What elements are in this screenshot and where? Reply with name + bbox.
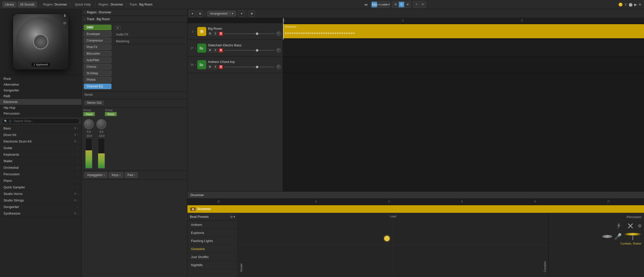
pan-knob-3[interactable] [276,64,281,70]
track-expand-1[interactable]: › [195,30,196,33]
list-item-percussion[interactable]: Percussion › [0,171,82,178]
list-item-songwriter[interactable]: Songwriter › [0,204,82,210]
preset-euphoria[interactable]: Euphoria [187,229,237,237]
library-btn[interactable]: Library [3,2,16,7]
channeleq-btn[interactable]: Channel EQ [84,84,111,89]
drum-thumbnail[interactable]: J. Appleseed [13,14,68,70]
read-btn-2[interactable]: Read [105,112,116,116]
add-track-btn[interactable]: + [189,11,195,17]
list-item-guitar[interactable]: Guitar › [0,145,82,151]
search-input[interactable] [2,118,79,124]
x-icon[interactable]: ✕ [638,3,641,7]
track-chevron[interactable]: › [84,17,85,21]
genre-hiphop[interactable]: Hip Hop [0,105,82,111]
list-item-mallet[interactable]: Mallet › [0,158,82,164]
preset-nightlife[interactable]: Nightlife [187,261,237,269]
list-item-edrumkit[interactable]: Electronic Drum Kit ⬇ › [0,138,82,145]
read-btn-1[interactable]: Read [83,112,95,116]
list-item-synthesizer[interactable]: Synthesizer ⬇ › [0,210,82,217]
pan-knob-2[interactable] [276,48,281,53]
list-item-bass[interactable]: Bass ⬇ › [0,125,82,132]
genre-rock[interactable]: Rock [0,76,82,82]
volume-slider-2[interactable] [224,50,275,51]
download-icon[interactable]: ⬇ [63,14,66,18]
arrow-right-icon[interactable]: ▶ [634,3,637,7]
rec-btn-3[interactable]: R [219,65,223,69]
autofilter-btn[interactable]: AutoFilter [84,57,111,63]
volume-slider-1[interactable] [224,33,275,34]
fader-knob-2[interactable] [96,119,106,129]
back-btn[interactable]: ⏮ [363,2,369,7]
functions-btn[interactable]: Functions ▾ [378,2,383,7]
pan-knob-1[interactable] [276,31,281,36]
track-info-2: Sidechain Electro Bass M S R [208,43,281,53]
genre-list: Rock Alternative Songwriter R&B Electron… [0,75,82,117]
enveloper-btn[interactable]: Enveloper [84,31,111,37]
arrangement-btn[interactable]: Arrangement ☉ ▾ [207,11,236,16]
list-item-keyboards[interactable]: Keyboards › [0,151,82,158]
arpeggiator-btn[interactable]: Arpeggiator › [84,172,107,178]
solo-btn-1[interactable]: S [213,32,217,36]
track-expand-3[interactable]: › [195,63,196,66]
compressor-btn[interactable]: Compressor [84,38,111,43]
list-item-orchestral[interactable]: Orchestral › [0,164,82,171]
pointer-tool[interactable]: ↖ [414,2,419,7]
snapshot-btn[interactable]: ⊕ [249,11,255,17]
preset-justshufflin[interactable]: Just Shufflin [187,253,237,261]
bitcrusher-btn[interactable]: Bitcrusher [84,51,111,56]
list-item-studiostrings[interactable]: Studio Strings ⬇ › [0,197,82,204]
stereo-out-btn[interactable]: Stereo Out [84,100,104,105]
solo-btn-3[interactable]: S [213,65,217,69]
ptverb-btn[interactable]: PtVerb [84,77,111,83]
list-item-drumkit[interactable]: Drum Kit ⬇ › [0,132,82,138]
genre-percussion[interactable]: Percussion [0,111,82,116]
snap-btn[interactable]: ⊕ [405,2,410,7]
quick-help-btn[interactable]: Quick Help [73,2,92,7]
preset-anthem[interactable]: Anthem [187,221,237,229]
circle-icon[interactable]: ⬤ [629,3,633,7]
track-row-3: 28 › Anthem Chord Arp M S R [187,56,283,73]
keys-btn[interactable]: Keys › [109,172,123,178]
mute-btn-3[interactable]: M [208,65,212,69]
rec-btn-1[interactable]: R [219,32,223,36]
genre-electronic[interactable]: Electronic [0,99,82,105]
region-chevron[interactable]: › [84,11,85,14]
grid-view-btn[interactable]: ⊞ [393,2,398,7]
mute-btn-2[interactable]: M [208,48,212,52]
refresh-icon[interactable]: ⟳ [63,21,66,25]
genre-alternative[interactable]: Alternative [0,82,82,87]
plus-tool[interactable]: ✛ [420,2,425,7]
preset-glowstick[interactable]: Glowstick [187,245,237,253]
add-section-btn[interactable]: + [238,11,245,17]
phatfx-btn[interactable]: Phat FX [84,44,111,50]
fader-knob-1[interactable] [84,119,94,129]
chorus-btn[interactable]: Chorus [84,64,111,70]
genre-songwriter[interactable]: Songwriter [0,87,82,93]
lightning-icon[interactable] [614,221,623,230]
pad-btn[interactable]: Pad › [125,172,138,178]
list-item-quicksampler[interactable]: Quick Sampler › [0,184,82,191]
mute-btn-1[interactable]: M [208,32,212,36]
pad-dot[interactable] [384,236,390,241]
list-item-studiohorns[interactable]: Studio Horns ⬇ › [0,191,82,197]
solo-btn-2[interactable]: S [213,48,217,52]
track-expand-2[interactable]: › [195,47,196,49]
preset-options-icon[interactable]: ⊖ ▾ [230,215,235,219]
percussion-toggle[interactable] [638,224,641,228]
list-view-btn[interactable]: ☰ [399,2,404,7]
drummer-block[interactable]: Drummer ▶ ▶▶▶▶▶▶▶▶▶▶▶▶▶▶▶▶▶▶▶▶▶▶▶▶▶▶▶▶▶▶ [283,24,644,38]
emoji-icon[interactable]: 🙂 [618,3,623,7]
view-btn[interactable]: View ▾ [384,2,389,7]
all-sounds-btn[interactable]: All Sounds [18,2,37,7]
genre-rnb[interactable]: R&B [0,93,82,99]
dmd-btn[interactable]: DMD [84,25,111,30]
rec-btn-2[interactable]: R [219,48,223,52]
volume-slider-3[interactable] [224,67,275,67]
preset-flashinglights[interactable]: Flashing Lights [187,237,237,245]
crossed-sticks-icon[interactable] [626,221,635,230]
pad-area-inner[interactable]: Loud Simple Complex [238,213,548,277]
copy-btn[interactable]: ⧉ [197,11,203,17]
stdelay-btn[interactable]: St-Delay [84,71,111,76]
arrow-up-icon[interactable]: ⇧ [624,3,627,7]
list-item-piano[interactable]: Piano › [0,178,82,184]
